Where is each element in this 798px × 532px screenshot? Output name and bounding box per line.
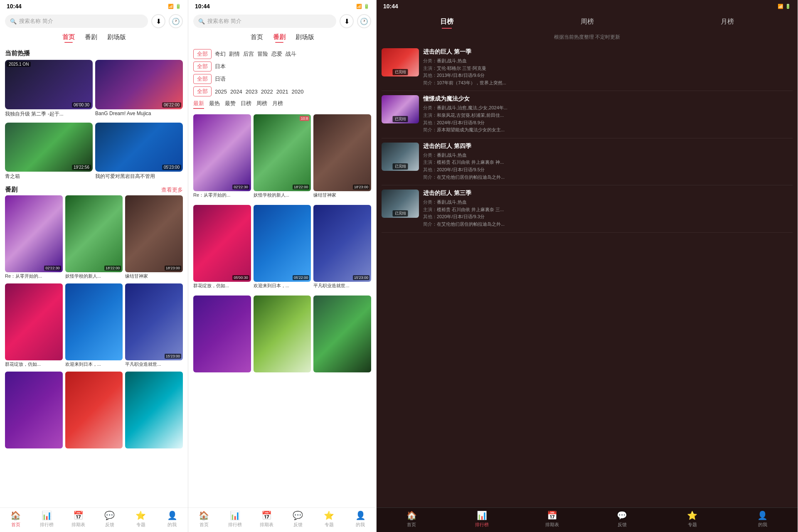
filter-chip-action[interactable]: 战斗 [286,50,296,58]
anime-item-6[interactable]: 15'23:00 平凡职业造就世... [313,205,371,291]
series-card-4[interactable] [5,283,63,360]
series-card-8[interactable] [65,372,123,448]
nav-rank-1[interactable]: 📊 排行榜 [31,510,62,528]
sort-daily[interactable]: 日榜 [241,99,251,109]
filter-chip-japanese[interactable]: 日语 [215,75,226,83]
ranking-tab-monthly[interactable]: 月榜 [657,15,798,29]
anime-card-6[interactable]: 15'23:00 [313,205,371,282]
sort-monthly[interactable]: 月榜 [272,99,283,109]
filter-chip-drama[interactable]: 剧情 [229,50,240,58]
sort-newest[interactable]: 最新 [193,99,204,109]
series-item-2[interactable]: 18'22:00 妖怪学校的新人... [65,195,123,281]
anime-item-5[interactable]: 05'22:00 欢迎来到日本，... [254,205,311,291]
series-card-3[interactable]: 18'23:00 [125,195,183,272]
hot-card-1[interactable]: 2025.1 ON 06'00:30 [5,60,93,109]
history-icon-2[interactable]: 🕐 [357,14,371,28]
tab-bangumi-2[interactable]: 番剧 [273,33,286,43]
filter-chip-romance[interactable]: 恋爱 [271,50,282,58]
filter-chip-2021[interactable]: 2021 [276,89,288,95]
anime-card-5[interactable]: 05'22:00 [254,205,311,282]
nav-profile-2[interactable]: 👤 的我 [345,510,376,528]
hot-card-3[interactable]: 19'22:56 [5,123,93,172]
anime-item-4[interactable]: 05'00:30 群花绽放，仿如... [193,205,251,291]
nav-home-2[interactable]: 🏠 首页 [188,510,219,528]
series-item-6[interactable]: 15'23:00 平凡职业造就世... [125,283,183,369]
series-item-8[interactable] [65,372,123,448]
anime-card-9[interactable] [313,296,371,372]
nav-profile-3[interactable]: 👤 的我 [727,510,798,528]
tab-home-2[interactable]: 首页 [251,33,263,43]
search-input-2[interactable]: 🔍 搜索名称 简介 [193,15,336,28]
series-item-9[interactable] [125,372,183,448]
ranking-tab-weekly[interactable]: 周榜 [517,15,658,29]
hot-item-3[interactable]: 19'22:56 青之箱 [5,123,93,183]
filter-chip-2020[interactable]: 2020 [292,89,304,95]
nav-profile-1[interactable]: 👤 的我 [157,510,188,528]
anime-card-7[interactable] [193,296,251,372]
filter-chip-2025[interactable]: 2025 [215,89,227,95]
series-card-7[interactable] [5,372,63,448]
search-input-1[interactable]: 🔍 搜索名称 简介 [5,15,148,28]
anime-item-7[interactable] [193,296,251,372]
series-card-9[interactable] [125,372,183,448]
hot-card-4[interactable]: 05'23:00 [95,123,183,172]
rank-item-1[interactable]: 已完结 进击的巨人 第一季 分类：番剧,战斗,热血 主演：艾伦·耶格尔 三笠·阿… [382,44,793,91]
tab-movie-1[interactable]: 剧场版 [107,33,126,43]
series-card-2[interactable]: 18'22:00 [65,195,123,272]
tab-bangumi-1[interactable]: 番剧 [85,33,97,43]
nav-schedule-1[interactable]: 📅 排期表 [63,510,94,528]
tab-movie-2[interactable]: 剧场版 [296,33,314,43]
series-item-1[interactable]: 02'22:30 Re：从零开始的... [5,195,63,281]
hot-item-2[interactable]: 06'22:00 BanG Dream! Ave Mujica [95,60,183,120]
download-icon-2[interactable]: ⬇ [340,14,354,28]
series-more[interactable]: 查看更多 [161,186,183,194]
nav-special-3[interactable]: ⭐ 专题 [657,510,727,528]
series-item-7[interactable] [5,372,63,448]
anime-card-1[interactable]: 02'22:30 [193,114,251,191]
anime-item-8[interactable] [254,296,311,372]
nav-special-2[interactable]: ⭐ 专题 [313,510,345,528]
sort-hottest[interactable]: 最热 [209,99,220,109]
rank-item-2[interactable]: 已完结 憧憬成为魔法少女 分类：番剧,战斗,治愈,魔法,少女,2024年... … [382,91,793,138]
nav-feedback-2[interactable]: 💬 反馈 [282,510,313,528]
nav-schedule-2[interactable]: 📅 排期表 [251,510,282,528]
nav-home-1[interactable]: 🏠 首页 [0,510,31,528]
anime-item-3[interactable]: 18'23:00 缘结甘神家 [313,114,371,200]
filter-chip-2023[interactable]: 2023 [246,89,258,95]
filter-chip-fantasy[interactable]: 奇幻 [215,50,226,58]
nav-special-1[interactable]: ⭐ 专题 [125,510,156,528]
series-card-6[interactable]: 15'23:00 [125,283,183,360]
hot-item-4[interactable]: 05'23:00 我的可爱对黑岩目高不管用 [95,123,183,183]
filter-chip-harem[interactable]: 后宫 [243,50,254,58]
anime-item-2[interactable]: 10:8 18'22:00 妖怪学校的新人... [254,114,311,200]
nav-home-3[interactable]: 🏠 首页 [377,510,447,528]
hot-card-2[interactable]: 06'22:00 [95,60,183,109]
filter-all-genre[interactable]: 全部 [193,49,212,59]
filter-all-year[interactable]: 全部 [193,86,212,96]
anime-item-9[interactable] [313,296,371,372]
hot-item-1[interactable]: 2025.1 ON 06'00:30 我独自升级 第二季 -起于... [5,60,93,120]
anime-card-8[interactable] [254,296,311,372]
nav-rank-3[interactable]: 📊 排行榜 [447,510,517,528]
sort-best[interactable]: 最赞 [225,99,236,109]
filter-chip-japan[interactable]: 日本 [215,63,226,70]
nav-schedule-3[interactable]: 📅 排期表 [517,510,587,528]
anime-card-4[interactable]: 05'00:30 [193,205,251,282]
rank-item-3[interactable]: 已完结 进击的巨人 第四季 分类：番剧,战斗,热血 主演：榄裕贵 石川由依 井上… [382,138,793,185]
download-icon-1[interactable]: ⬇ [151,14,165,28]
series-item-3[interactable]: 18'23:00 缘结甘神家 [125,195,183,281]
nav-feedback-1[interactable]: 💬 反馈 [94,510,125,528]
series-item-5[interactable]: 欢迎来到日本，... [65,283,123,369]
filter-all-lang[interactable]: 全部 [193,74,212,84]
rank-item-4[interactable]: 已完结 进击的巨人 第三季 分类：番剧,战斗,热血 主演：榄裕贵 石川由依 井上… [382,185,793,232]
filter-chip-2022[interactable]: 2022 [261,89,273,95]
nav-feedback-3[interactable]: 💬 反馈 [587,510,657,528]
sort-weekly[interactable]: 周榜 [256,99,267,109]
tab-home-1[interactable]: 首页 [62,33,75,43]
filter-chip-2024[interactable]: 2024 [230,89,242,95]
anime-card-2[interactable]: 10:8 18'22:00 [254,114,311,191]
filter-all-country[interactable]: 全部 [193,62,212,71]
anime-card-3[interactable]: 18'23:00 [313,114,371,191]
series-card-5[interactable] [65,283,123,360]
history-icon-1[interactable]: 🕐 [169,14,183,28]
